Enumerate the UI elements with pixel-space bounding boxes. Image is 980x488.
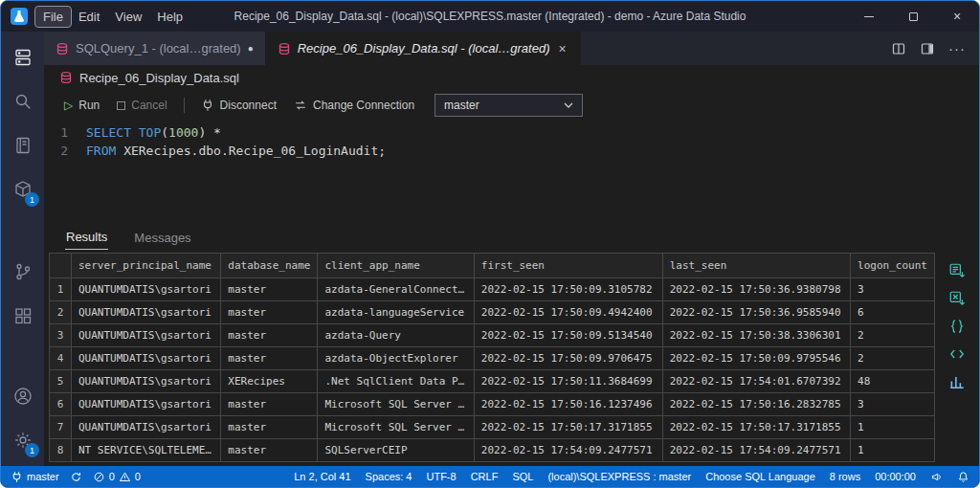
grid-cell[interactable]: azdata-GeneralConnect… [318, 278, 474, 301]
grid-cell[interactable]: Microsoft SQL Server … [318, 393, 474, 416]
column-header[interactable]: server_principal_name [71, 254, 220, 278]
problems-status[interactable]: 0 0 [93, 471, 141, 483]
account-icon[interactable] [1, 374, 44, 418]
grid-cell[interactable]: QUANTUMDATIS\gsartori [71, 347, 220, 370]
eol-setting[interactable]: CRLF [471, 471, 499, 482]
grid-cell[interactable]: master [221, 324, 318, 347]
grid-cell[interactable]: 2022-02-15 17:54:09.2477571 [474, 439, 662, 462]
change-connection-button[interactable]: Change Connection [285, 96, 423, 115]
grid-cell[interactable]: 2022-02-15 17:50:17.3171855 [662, 416, 850, 439]
column-header[interactable]: last_seen [662, 254, 850, 278]
grid-cell[interactable]: 2022-02-15 17:50:16.2832785 [662, 393, 850, 416]
menu-file[interactable]: File [35, 7, 71, 27]
source-control-icon[interactable] [1, 250, 44, 294]
grid-cell[interactable]: QUANTUMDATIS\gsartori [71, 370, 220, 393]
row-number[interactable]: 1 [50, 278, 72, 301]
tab-messages[interactable]: Messages [133, 226, 191, 250]
connections-icon[interactable] [1, 35, 44, 79]
grid-cell[interactable]: 2022-02-15 17:50:16.1237496 [474, 393, 662, 416]
grid-cell[interactable]: master [221, 416, 318, 439]
save-json-icon[interactable] [948, 318, 966, 335]
grid-cell[interactable]: 2022-02-15 17:54:01.6707392 [662, 370, 850, 393]
column-header[interactable]: client_app_name [318, 254, 474, 278]
indentation-setting[interactable]: Spaces: 4 [366, 471, 412, 482]
tab-sqlquery1[interactable]: SQLQuery_1 - (local…grated) ● [44, 32, 266, 65]
tab-close-icon[interactable]: × [556, 41, 568, 56]
packages-icon[interactable]: 1 [1, 167, 44, 211]
grid-cell[interactable]: QUANTUMDATIS\gsartori [71, 278, 220, 301]
grid-cell[interactable]: 3 [851, 393, 935, 416]
grid-cell[interactable]: master [221, 301, 318, 324]
cursor-position[interactable]: Ln 2, Col 41 [294, 471, 350, 482]
settings-gear-icon[interactable]: 1 [1, 418, 44, 462]
row-number[interactable]: 2 [50, 301, 72, 324]
save-excel-icon[interactable] [948, 290, 966, 307]
database-dropdown[interactable]: master [434, 94, 583, 117]
grid-cell[interactable]: QUANTUMDATIS\gsartori [71, 324, 220, 347]
grid-cell[interactable]: SQLServerCEIP [318, 439, 474, 462]
menu-edit[interactable]: Edit [71, 7, 107, 27]
column-header[interactable]: database_name [221, 254, 318, 278]
grid-cell[interactable]: azdata-ObjectExplorer [318, 347, 474, 370]
more-actions-icon[interactable]: ··· [948, 44, 966, 54]
extensions-icon[interactable] [1, 294, 44, 338]
server-connection[interactable]: (local)\SQLEXPRESS : master [547, 471, 691, 482]
grid-cell[interactable]: 2022-02-15 17:54:09.2477571 [662, 439, 850, 462]
grid-cell[interactable]: 2022-02-15 17:50:36.9585940 [662, 301, 850, 324]
grid-cell[interactable]: 48 [851, 370, 935, 393]
disconnect-button[interactable]: Disconnect [192, 96, 285, 115]
split-editor-icon[interactable] [891, 41, 906, 56]
menu-view[interactable]: View [107, 7, 149, 27]
row-number[interactable]: 4 [50, 347, 72, 370]
chart-icon[interactable] [948, 373, 966, 390]
grid-cell[interactable]: 2 [851, 324, 935, 347]
grid-cell[interactable]: 2022-02-15 17:50:09.3105782 [474, 278, 662, 301]
grid-cell[interactable]: 1 [851, 416, 935, 439]
menu-help[interactable]: Help [149, 7, 190, 27]
choose-language-button[interactable]: Choose SQL Language [705, 471, 815, 482]
layout-icon[interactable] [920, 41, 935, 56]
grid-cell[interactable]: master [221, 393, 318, 416]
save-xml-icon[interactable] [948, 345, 966, 363]
save-csv-icon[interactable] [948, 262, 966, 279]
run-button[interactable]: ▷ Run [56, 96, 108, 115]
close-button[interactable]: × [935, 1, 979, 32]
code-editor[interactable]: 1 SELECT TOP(1000) * 2 FROM XERecipes.db… [44, 121, 979, 222]
grid-cell[interactable]: 2022-02-15 17:50:09.5134540 [474, 324, 662, 347]
grid-cell[interactable]: .Net SqlClient Data P… [318, 370, 474, 393]
grid-cell[interactable]: master [221, 347, 318, 370]
maximize-button[interactable] [891, 1, 935, 32]
tab-recipe06[interactable]: Recipe_06_Display_Data.sql - (local…grat… [266, 32, 581, 65]
notebooks-icon[interactable] [1, 123, 44, 167]
grid-cell[interactable]: Microsoft SQL Server … [318, 416, 474, 439]
grid-cell[interactable]: 2022-02-15 17:50:09.4942400 [474, 301, 662, 324]
grid-cell[interactable]: master [221, 439, 318, 462]
minimize-button[interactable] [847, 1, 891, 32]
connection-status[interactable]: master [11, 471, 59, 483]
grid-cell[interactable]: 2022-02-15 17:50:38.3306301 [662, 324, 850, 347]
row-number[interactable]: 3 [50, 324, 72, 347]
grid-cell[interactable]: azdata-languageService [318, 301, 474, 324]
row-number[interactable]: 6 [50, 393, 72, 416]
grid-cell[interactable]: QUANTUMDATIS\gsartori [71, 416, 220, 439]
grid-cell[interactable]: XERecipes [221, 370, 318, 393]
encoding-setting[interactable]: UTF-8 [426, 471, 456, 482]
column-header[interactable]: logon_count [851, 254, 935, 278]
row-number[interactable]: 5 [50, 370, 72, 393]
grid-cell[interactable]: 3 [851, 278, 935, 301]
feedback-icon[interactable] [930, 471, 943, 483]
dirty-indicator-icon[interactable]: ● [248, 43, 254, 54]
grid-cell[interactable]: azdata-Query [318, 324, 474, 347]
grid-cell[interactable]: 2022-02-15 17:50:09.9706475 [474, 347, 662, 370]
grid-cell[interactable]: 2 [851, 347, 935, 370]
grid-cell[interactable]: 6 [851, 301, 935, 324]
grid-cell[interactable]: 2022-02-15 17:50:17.3171855 [474, 416, 662, 439]
row-number[interactable]: 7 [50, 416, 72, 439]
cancel-button[interactable]: Cancel [108, 96, 175, 115]
sync-icon[interactable] [70, 471, 82, 483]
grid-cell[interactable]: 2022-02-15 17:50:09.9795546 [662, 347, 850, 370]
grid-cell[interactable]: 2022-02-15 17:50:36.9380798 [662, 278, 850, 301]
grid-cell[interactable]: QUANTUMDATIS\gsartori [71, 393, 220, 416]
notifications-bell-icon[interactable] [957, 471, 969, 483]
row-number[interactable]: 8 [50, 439, 72, 462]
